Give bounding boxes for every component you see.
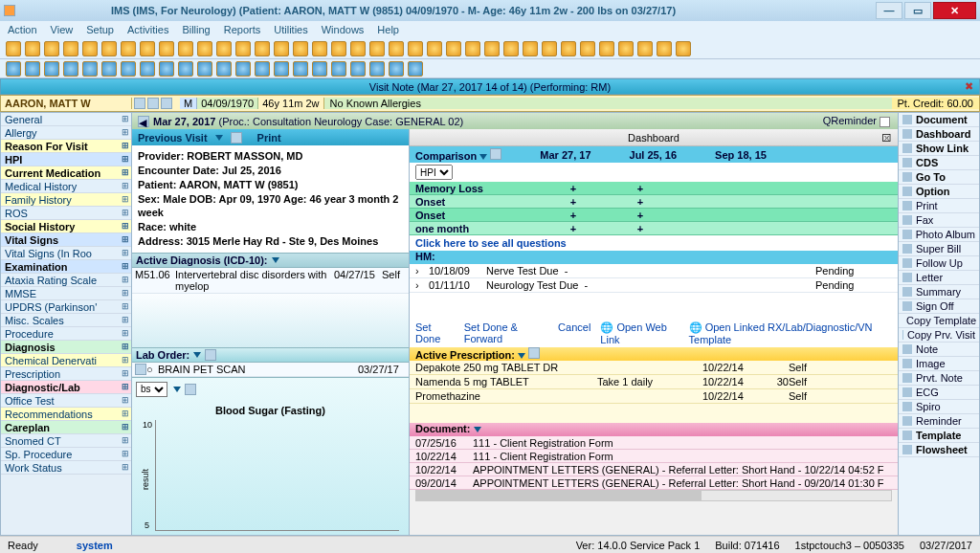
set-done-forward-link[interactable]: Set Done & Forward	[464, 321, 548, 345]
toolbar-icon[interactable]	[178, 41, 193, 56]
action-image[interactable]: Image	[899, 357, 979, 371]
comparison-row[interactable]: Onset++	[410, 209, 898, 222]
set-done-link[interactable]: Set Done	[415, 321, 455, 345]
nav-current-medication[interactable]: Current Medication⊞	[1, 166, 131, 180]
toolbar-icon[interactable]	[25, 41, 40, 56]
minimize-button[interactable]: —	[876, 2, 902, 19]
toolbar-icon[interactable]	[618, 41, 634, 56]
action-option[interactable]: Option	[899, 185, 979, 199]
toolbar-icon[interactable]	[63, 41, 78, 56]
toolbar-icon[interactable]	[293, 61, 308, 77]
open-linked-template-link[interactable]: Open Linked RX/Lab/Diagnostic/VN Templat…	[689, 321, 873, 345]
toolbar-icon[interactable]	[82, 41, 98, 56]
toolbar-icon[interactable]	[637, 41, 653, 56]
toolbar-icon[interactable]	[580, 41, 595, 56]
dropdown-icon[interactable]	[518, 353, 525, 359]
toolbar-icon[interactable]	[44, 61, 59, 77]
patient-icon[interactable]	[134, 98, 145, 109]
toolbar-icon[interactable]	[6, 61, 21, 77]
action-super-bill[interactable]: Super Bill	[899, 242, 979, 256]
nav-snomed-ct[interactable]: Snomed CT⊞	[1, 434, 131, 448]
nav-sp-procedure[interactable]: Sp. Procedure⊞	[1, 448, 131, 461]
dropdown-icon[interactable]	[173, 387, 181, 392]
toolbar-icon[interactable]	[197, 61, 212, 77]
toolbar-icon[interactable]	[408, 61, 423, 77]
toolbar-icon[interactable]	[235, 61, 251, 77]
menu-action[interactable]: Action	[8, 24, 37, 35]
rx-icon[interactable]	[528, 347, 540, 359]
toolbar-icon[interactable]	[25, 61, 40, 77]
toolbar-icon[interactable]	[312, 61, 327, 77]
toolbar-icon[interactable]	[331, 41, 346, 56]
action-summary[interactable]: Summary	[899, 285, 979, 299]
toolbar-icon[interactable]	[101, 41, 117, 56]
open-web-link[interactable]: Open Web Link	[600, 321, 666, 345]
action-cds[interactable]: CDS	[899, 156, 979, 170]
menu-billing[interactable]: Billing	[182, 24, 210, 35]
toolbar-icon[interactable]	[369, 41, 385, 56]
toolbar-icon[interactable]	[350, 41, 366, 56]
document-row[interactable]: 10/22/14APPOINTMENT LETTERS (GENERAL) - …	[410, 463, 898, 476]
action-spiro[interactable]: Spiro	[899, 400, 979, 414]
nav-careplan[interactable]: Careplan⊞	[1, 421, 131, 434]
toolbar-icon[interactable]	[503, 41, 519, 56]
nav-diagnosis[interactable]: Diagnosis⊞	[1, 341, 131, 354]
toolbar-icon[interactable]	[484, 41, 500, 56]
toolbar-icon[interactable]	[159, 41, 174, 56]
menu-setup[interactable]: Setup	[86, 24, 114, 35]
nav-reason-for-visit[interactable]: Reason For Visit⊞	[1, 140, 131, 153]
toolbar-icon[interactable]	[542, 41, 557, 56]
lab-icon[interactable]	[205, 349, 216, 361]
nav-examination[interactable]: Examination⊞	[1, 260, 131, 274]
toolbar-icon[interactable]	[408, 41, 423, 56]
toolbar-icon[interactable]	[676, 41, 691, 56]
document-row[interactable]: 07/25/16111 - Client Registration Form	[410, 436, 898, 450]
action-note[interactable]: Note	[899, 343, 979, 357]
toolbar-icon[interactable]	[178, 61, 193, 77]
menu-activities[interactable]: Activities	[127, 24, 168, 35]
action-ecg[interactable]: ECG	[899, 386, 979, 400]
diagnosis-row[interactable]: M51.06 Intervertebral disc disorders wit…	[132, 268, 409, 294]
toolbar-icon[interactable]	[312, 41, 327, 56]
action-photo-album[interactable]: Photo Album	[899, 228, 979, 242]
comparison-row[interactable]: Memory Loss++	[410, 182, 898, 195]
toolbar-icon[interactable]	[274, 41, 289, 56]
action-go-to[interactable]: Go To	[899, 170, 979, 185]
toolbar-icon[interactable]	[350, 61, 366, 77]
toolbar-icon[interactable]	[44, 41, 59, 56]
close-button[interactable]: ✕	[933, 2, 976, 19]
maximize-button[interactable]: ▭	[904, 2, 931, 19]
toolbar-icon[interactable]	[63, 61, 78, 77]
toolbar-icon[interactable]	[523, 41, 538, 56]
action-flowsheet[interactable]: Flowsheet	[899, 443, 979, 457]
toolbar-icon[interactable]	[255, 61, 270, 77]
lab-order-row[interactable]: ○ BRAIN PET SCAN 03/27/17	[132, 363, 409, 377]
nav-general[interactable]: General⊞	[1, 113, 131, 126]
toolbar-icon[interactable]	[121, 61, 136, 77]
action-letter[interactable]: Letter	[899, 271, 979, 285]
toolbar-icon[interactable]	[446, 41, 461, 56]
nav-mmse[interactable]: MMSE⊞	[1, 287, 131, 300]
nav-work-status[interactable]: Work Status⊞	[1, 461, 131, 475]
hm-row[interactable]: ›10/18/09Nerve Test Due -Pending	[410, 264, 898, 278]
toolbar-icon[interactable]	[274, 61, 289, 77]
action-reminder[interactable]: Reminder	[899, 414, 979, 429]
nav-diagnostic-lab[interactable]: Diagnostic/Lab⊞	[1, 381, 131, 394]
lab-chart-icon[interactable]	[185, 384, 196, 395]
tab-close-icon[interactable]: ✖	[965, 80, 973, 93]
prescription-row[interactable]: Depakote 250 mg TABLET DR10/22/14Self	[410, 361, 898, 375]
action-print[interactable]: Print	[899, 199, 979, 213]
nav-recommendations[interactable]: Recommendations⊞	[1, 408, 131, 421]
nav-chemical-denervati[interactable]: Chemical Denervati⊞	[1, 354, 131, 367]
dropdown-icon[interactable]	[215, 135, 223, 141]
action-sign-off[interactable]: Sign Off	[899, 299, 979, 314]
patient-name[interactable]: AARON, MATT W	[1, 98, 132, 109]
toolbar-icon[interactable]	[389, 41, 404, 56]
dashboard-close-icon[interactable]: ⮽	[881, 132, 892, 144]
toolbar-icon[interactable]	[121, 41, 136, 56]
nav-vital-signs-in-roo[interactable]: Vital Signs (In Roo⊞	[1, 247, 131, 260]
action-copy-template[interactable]: Copy Template	[899, 314, 979, 328]
action-dashboard[interactable]: Dashboard	[899, 127, 979, 142]
menu-reports[interactable]: Reports	[224, 24, 261, 35]
qreminder-checkbox[interactable]	[880, 117, 890, 127]
